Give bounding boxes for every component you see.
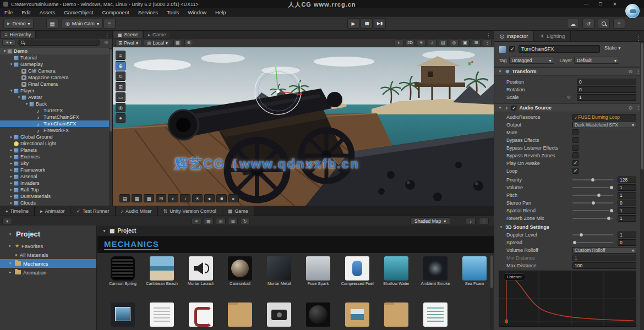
tab-lighting[interactable]: Lighting: [534, 31, 571, 41]
close-button[interactable]: [608, 0, 622, 8]
effects-toggle-icon[interactable]: [439, 40, 447, 46]
view-tool-icon[interactable]: [116, 51, 125, 60]
hierarchy-item[interactable]: Directional Light: [0, 140, 109, 147]
foldout-arrow-icon[interactable]: [102, 229, 107, 233]
volume-rolloff-dropdown[interactable]: Custom Rolloff: [572, 247, 636, 254]
inspector-scrollbar[interactable]: [640, 42, 644, 330]
folder-item-mechanics[interactable]: Mechanics: [0, 259, 96, 268]
expand-arrow-icon[interactable]: [8, 270, 13, 274]
cloud-icon[interactable]: [567, 19, 579, 29]
tab-hierarchy[interactable]: Hierarchy: [0, 31, 36, 38]
volume-value[interactable]: 1: [618, 184, 636, 191]
move-tool-icon[interactable]: [116, 61, 125, 70]
foldout-arrow-icon[interactable]: [8, 232, 13, 237]
foldout-arrow-icon[interactable]: [498, 69, 503, 74]
tab-animator[interactable]: Animator: [35, 206, 71, 216]
overlay-icon[interactable]: [144, 194, 154, 202]
overlay-icon[interactable]: [180, 194, 190, 202]
snap-icon[interactable]: [184, 40, 193, 46]
2d-toggle[interactable]: 2D: [406, 40, 414, 46]
focus-icon[interactable]: [216, 218, 226, 224]
hierarchy-item[interactable]: Arsenal: [0, 173, 109, 180]
volume-slider[interactable]: [572, 187, 613, 188]
hierarchy-item[interactable]: Demo: [0, 48, 109, 54]
stereo-pan-value[interactable]: 0: [618, 200, 636, 206]
asset-tile[interactable]: [261, 302, 297, 327]
hierarchy-item[interactable]: Final Camera: [0, 81, 109, 87]
scene-picker-icon[interactable]: [102, 40, 110, 46]
tab-game-bottom[interactable]: Game: [222, 206, 254, 216]
component-enabled-checkbox[interactable]: [511, 105, 516, 110]
expand-arrow-icon[interactable]: [24, 102, 29, 106]
expand-arrow-icon[interactable]: [9, 161, 14, 166]
bypass-listener-checkbox[interactable]: [572, 145, 578, 151]
gizmos-icon[interactable]: [450, 40, 459, 46]
hierarchy-item[interactable]: Avatar: [0, 94, 109, 101]
menu-gameobject[interactable]: GameObject: [59, 8, 97, 16]
expand-arrow-icon[interactable]: [9, 174, 14, 179]
static-dropdown[interactable]: Static: [604, 45, 621, 51]
audio-source-header[interactable]: Audio Source ⊙: [494, 103, 644, 112]
transform-tool-icon[interactable]: [116, 103, 125, 112]
play-button[interactable]: [347, 18, 359, 29]
hierarchy-search[interactable]: [18, 40, 100, 46]
reverb-zone-mix-slider[interactable]: [572, 218, 613, 219]
priority-value[interactable]: 128: [618, 177, 636, 183]
foldout-arrow-icon[interactable]: [499, 225, 504, 229]
hierarchy-item[interactable]: TurretChainSFX: [0, 114, 109, 120]
hierarchy-item[interactable]: Planets: [0, 147, 109, 153]
search-icon[interactable]: [598, 19, 610, 29]
stereo-pan-slider[interactable]: [572, 202, 613, 204]
menu-services[interactable]: Services: [134, 8, 162, 16]
tab-scene[interactable]: Scene: [113, 31, 143, 38]
loop-checkbox[interactable]: [572, 168, 578, 174]
expand-arrow-icon[interactable]: [9, 135, 14, 139]
spatial-blend-slider[interactable]: [572, 210, 613, 211]
doppler-level-value[interactable]: 1: [618, 232, 636, 238]
asset-tile[interactable]: [222, 302, 258, 327]
tab-audio-mixer[interactable]: Audio Mixer: [116, 206, 158, 216]
asset-tile[interactable]: [418, 302, 453, 327]
overlay-icon[interactable]: [132, 194, 142, 202]
asset-tile[interactable]: [301, 302, 336, 327]
tab-inspector[interactable]: Inspector: [494, 31, 534, 41]
asset-tile[interactable]: Fuse Spark: [301, 256, 336, 286]
link-scale-icon[interactable]: ⊕: [567, 95, 571, 100]
mute-checkbox[interactable]: [572, 129, 578, 135]
expand-arrow-icon[interactable]: [2, 49, 7, 53]
spread-value[interactable]: 0: [618, 239, 636, 246]
asset-tile[interactable]: Cannon Spring: [105, 256, 140, 286]
max-distance-field[interactable]: 100: [572, 262, 636, 269]
hamburger-menu-icon[interactable]: [103, 19, 116, 29]
hierarchy-item[interactable]: DustMaterials: [0, 193, 109, 200]
asset-tile[interactable]: [340, 302, 375, 327]
expand-arrow-icon[interactable]: [9, 188, 14, 192]
menu-edit[interactable]: Edit: [17, 8, 35, 16]
tag-dropdown[interactable]: Untagged: [509, 57, 554, 64]
hierarchy-item[interactable]: Global Ground: [0, 134, 109, 140]
scene-viewport[interactable]: 辉艺CG（www.qdnxxfb.cn: [113, 47, 494, 206]
audio-toggle-icon[interactable]: [428, 40, 436, 46]
hierarchy-item[interactable]: Sky: [0, 160, 109, 167]
account-dropdown[interactable]: Demo: [3, 19, 34, 29]
folder-item-animation[interactable]: Animation: [0, 268, 96, 277]
collapse-icon[interactable]: [2, 218, 12, 224]
pivot-dropdown[interactable]: Pivot: [115, 40, 141, 46]
overlay-icon[interactable]: [204, 194, 215, 202]
maximize-button[interactable]: [593, 0, 608, 8]
overlay-icon[interactable]: [228, 194, 239, 202]
step-button[interactable]: [374, 18, 386, 29]
hierarchy-item[interactable]: Back: [0, 101, 109, 107]
asset-tile[interactable]: Cannonball: [222, 256, 258, 286]
tab-game[interactable]: Game: [143, 31, 171, 38]
menu-file[interactable]: File: [0, 8, 17, 16]
tab-version-control[interactable]: ⇅Unity Version Control: [158, 206, 222, 216]
hierarchy-item[interactable]: FireworkFX: [0, 127, 109, 134]
priority-slider[interactable]: [572, 179, 613, 180]
overlay-icon[interactable]: [156, 194, 166, 202]
hierarchy-item[interactable]: Cliff Camera: [0, 68, 109, 74]
menu-assets[interactable]: Assets: [35, 8, 60, 16]
lighting-toggle-icon[interactable]: [417, 40, 425, 46]
custom-tool-icon[interactable]: [116, 113, 125, 123]
asset-tile[interactable]: [183, 302, 219, 327]
